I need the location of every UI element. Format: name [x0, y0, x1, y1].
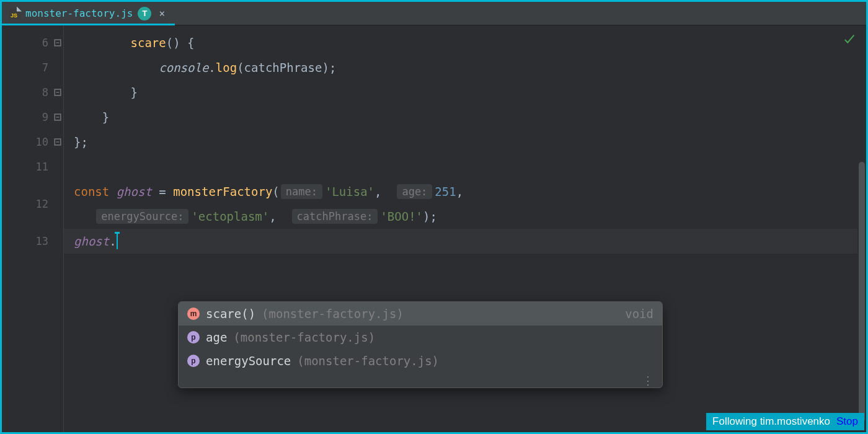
code-line: scare() {: [64, 30, 866, 55]
code-line: }: [64, 105, 866, 130]
fold-icon[interactable]: [53, 38, 62, 47]
editor-window: JS monster-factory.js T × 6 7 8 9 10 11 …: [0, 0, 868, 434]
line-number: 12: [2, 179, 63, 229]
follow-status-bar: Following tim.mostivenko Stop: [706, 413, 864, 430]
code-line: }: [64, 80, 866, 105]
inspection-ok-icon[interactable]: [843, 33, 856, 49]
fold-icon[interactable]: [53, 138, 62, 146]
param-hint: age:: [397, 184, 432, 199]
completion-popup[interactable]: m scare() (monster-factory.js) void p ag…: [178, 301, 663, 388]
more-icon[interactable]: ⋮: [179, 373, 662, 385]
follow-status-text: Following tim.mostivenko: [712, 415, 830, 428]
param-hint: name:: [281, 184, 322, 199]
close-tab-icon[interactable]: ×: [156, 7, 167, 19]
param-hint: energySource:: [96, 209, 188, 224]
js-file-icon: JS: [9, 8, 20, 19]
code-line: console.log(catchPhrase);: [64, 55, 866, 80]
gutter: 6 7 8 9 10 11 12 13: [2, 25, 64, 432]
code-line: [64, 154, 866, 179]
completion-item[interactable]: p age (monster-factory.js): [179, 326, 662, 349]
fold-icon[interactable]: [53, 88, 62, 97]
text-cursor: [117, 233, 118, 249]
editor-area[interactable]: 6 7 8 9 10 11 12 13 scare() {: [2, 25, 866, 432]
param-hint: catchPhrase:: [292, 209, 378, 224]
completion-item[interactable]: m scare() (monster-factory.js) void: [179, 302, 662, 326]
tab-bar: JS monster-factory.js T ×: [2, 2, 866, 25]
completion-item[interactable]: p energySource (monster-factory.js): [179, 349, 662, 373]
collaborator-avatar[interactable]: T: [138, 7, 151, 20]
line-number: 6: [2, 30, 63, 55]
scrollbar-thumb[interactable]: [859, 162, 865, 422]
property-badge-icon: p: [187, 331, 200, 343]
line-number: 9: [2, 105, 63, 130]
line-number: 7: [2, 55, 63, 80]
method-badge-icon: m: [187, 308, 200, 320]
line-number: 8: [2, 80, 63, 105]
tab-monster-factory[interactable]: JS monster-factory.js T ×: [2, 2, 175, 25]
code-line: const ghost = monsterFactory(name:'Luisa…: [64, 179, 866, 229]
vertical-scrollbar[interactable]: [857, 25, 866, 432]
line-number: 10: [2, 130, 63, 154]
line-number: 11: [2, 154, 63, 179]
code-line-current: ghost.: [64, 229, 866, 254]
code-content[interactable]: scare() { console.log(catchPhrase); } } …: [64, 25, 866, 432]
fold-icon[interactable]: [53, 113, 62, 122]
tab-filename: monster-factory.js: [25, 7, 133, 19]
code-line: };: [64, 130, 866, 154]
line-number: 13: [2, 229, 63, 254]
stop-following-link[interactable]: Stop: [836, 415, 858, 428]
property-badge-icon: p: [187, 355, 200, 367]
